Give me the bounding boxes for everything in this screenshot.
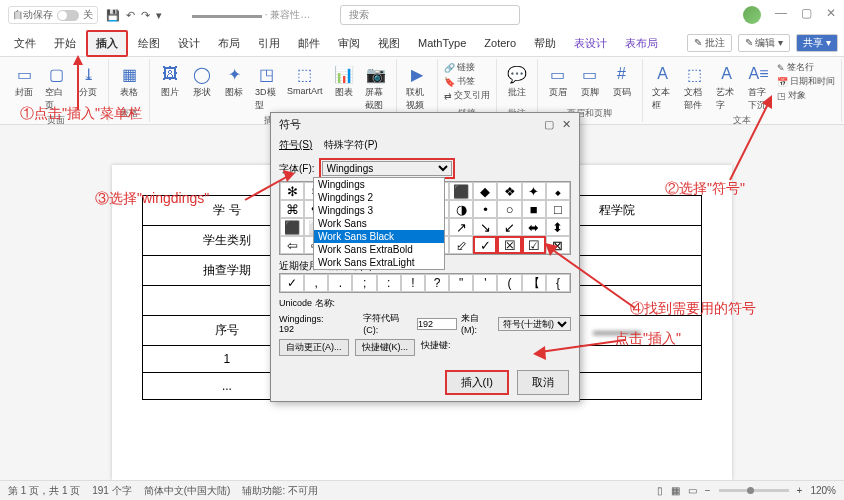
symbol-cell[interactable]: ☑ (522, 236, 546, 254)
share-button[interactable]: 共享 ▾ (796, 34, 838, 52)
tab-file[interactable]: 文件 (6, 32, 44, 55)
datetime-button[interactable]: 📅 日期和时间 (777, 75, 835, 88)
symbol-cell[interactable]: ☒ (497, 236, 521, 254)
comments-button[interactable]: ✎ 批注 (687, 34, 732, 52)
tab-table-layout[interactable]: 表布局 (617, 32, 666, 55)
tab-zotero[interactable]: Zotero (476, 33, 524, 53)
view-web-icon[interactable]: ▭ (688, 485, 697, 496)
insert-button[interactable]: 插入(I) (445, 370, 509, 395)
smartart-button[interactable]: ⬚SmartArt (284, 61, 326, 98)
maximize-icon[interactable]: ▢ (801, 6, 812, 24)
dropdown-item[interactable]: Work Sans (314, 217, 444, 230)
dropdown-item[interactable]: Work Sans ExtraBold (314, 243, 444, 256)
save-icon[interactable]: 💾 (106, 9, 120, 22)
parts-button[interactable]: ⬚文档部件 (681, 61, 709, 114)
comment-button[interactable]: 💬批注 (503, 61, 531, 101)
symbol-cell[interactable]: ✓ (473, 236, 497, 254)
chart-button[interactable]: 📊图表 (330, 61, 358, 101)
pagenum-button[interactable]: #页码 (608, 61, 636, 101)
symbol-cell[interactable]: ⬥ (546, 182, 570, 200)
cancel-button[interactable]: 取消 (517, 370, 569, 395)
tab-layout[interactable]: 布局 (210, 32, 248, 55)
zoom-level[interactable]: 120% (810, 485, 836, 496)
recent-cell[interactable]: ; (352, 274, 376, 292)
symbol-cell[interactable]: ⬍ (546, 218, 570, 236)
symbol-cell[interactable]: ◆ (473, 182, 497, 200)
symbol-cell[interactable]: ⬌ (522, 218, 546, 236)
shortcut-button[interactable]: 快捷键(K)... (355, 339, 416, 356)
dialog-max-icon[interactable]: ▢ (544, 118, 554, 131)
from-select[interactable]: 符号(十进制) (498, 317, 571, 331)
symbol-cell[interactable]: ✻ (280, 182, 304, 200)
crossref-button[interactable]: ⇄ 交叉引用 (444, 89, 490, 102)
recent-cell[interactable]: " (449, 274, 473, 292)
redo-icon[interactable]: ↷ (141, 9, 150, 22)
zoom-slider[interactable] (719, 489, 789, 492)
autosave-toggle[interactable]: 自动保存 关 (8, 6, 98, 24)
view-focus-icon[interactable]: ▯ (657, 485, 663, 496)
word-count[interactable]: 191 个字 (92, 484, 131, 498)
charcode-input[interactable] (417, 318, 457, 330)
video-button[interactable]: ▶联机视频 (403, 61, 431, 114)
header-button[interactable]: ▭页眉 (544, 61, 572, 101)
tab-insert[interactable]: 插入 (86, 30, 128, 57)
dialog-titlebar[interactable]: 符号 ▢✕ (271, 113, 579, 136)
tab-symbols[interactable]: 符号(S) (279, 138, 312, 152)
dropdown-item[interactable]: Wingdings (314, 178, 444, 191)
symbol-cell[interactable]: ⌘ (280, 200, 304, 218)
shapes-button[interactable]: ◯形状 (188, 61, 216, 101)
symbol-cell[interactable]: ↗ (449, 218, 473, 236)
cover-page-button[interactable]: ▭封面 (10, 61, 38, 101)
font-select[interactable]: Wingdings (322, 161, 452, 176)
symbol-cell[interactable]: ⇦ (280, 236, 304, 254)
zoom-out-icon[interactable]: − (705, 485, 711, 496)
recent-cell[interactable]: ! (401, 274, 425, 292)
tab-mail[interactable]: 邮件 (290, 32, 328, 55)
dropdown-item[interactable]: Work Sans ExtraLight (314, 256, 444, 269)
close-icon[interactable]: ✕ (826, 6, 836, 24)
tab-draw[interactable]: 绘图 (130, 32, 168, 55)
accessibility[interactable]: 辅助功能: 不可用 (242, 484, 318, 498)
table-button[interactable]: ▦表格 (115, 61, 143, 101)
recent-cell[interactable]: { (546, 274, 570, 292)
link-button[interactable]: 🔗 链接 (444, 61, 490, 74)
tab-special[interactable]: 特殊字符(P) (324, 138, 377, 152)
tab-references[interactable]: 引用 (250, 32, 288, 55)
symbol-cell[interactable]: ↘ (473, 218, 497, 236)
avatar[interactable] (743, 6, 761, 24)
3d-button[interactable]: ◳3D模型 (252, 61, 280, 114)
blank-page-button[interactable]: ▢空白页 (42, 61, 70, 114)
page-break-button[interactable]: ⤓分页 (74, 61, 102, 101)
symbol-cell[interactable]: ○ (497, 200, 521, 218)
signature-button[interactable]: ✎ 签名行 (777, 61, 835, 74)
symbol-cell[interactable]: ↙ (497, 218, 521, 236)
symbol-cell[interactable]: ■ (522, 200, 546, 218)
edit-button[interactable]: ✎ 编辑 ▾ (738, 34, 791, 52)
view-print-icon[interactable]: ▦ (671, 485, 680, 496)
dropdown-item[interactable]: Wingdings 2 (314, 191, 444, 204)
dropcap-button[interactable]: A≡首字下沉 (745, 61, 773, 114)
dialog-close-icon[interactable]: ✕ (562, 118, 571, 131)
tab-table-design[interactable]: 表设计 (566, 32, 615, 55)
recent-cell[interactable]: ✓ (280, 274, 304, 292)
minimize-icon[interactable]: — (775, 6, 787, 24)
object-button[interactable]: ◳ 对象 (777, 89, 835, 102)
screenshot-button[interactable]: 📷屏幕截图 (362, 61, 390, 114)
zoom-in-icon[interactable]: + (797, 485, 803, 496)
symbol-cell[interactable]: ⊠ (546, 236, 570, 254)
recent-cell[interactable]: : (377, 274, 401, 292)
autocorrect-button[interactable]: 自动更正(A)... (279, 339, 349, 356)
symbol-cell[interactable]: ✦ (522, 182, 546, 200)
tab-mathtype[interactable]: MathType (410, 33, 474, 53)
qat-more-icon[interactable]: ▾ (156, 9, 162, 22)
language[interactable]: 简体中文(中国大陆) (144, 484, 231, 498)
symbol-cell[interactable]: ⬛ (280, 218, 304, 236)
recent-cell[interactable]: . (328, 274, 352, 292)
recent-cell[interactable]: 【 (522, 274, 546, 292)
tab-design[interactable]: 设计 (170, 32, 208, 55)
recent-cell[interactable]: , (304, 274, 328, 292)
symbol-cell[interactable]: □ (546, 200, 570, 218)
recent-cell[interactable]: ' (473, 274, 497, 292)
symbol-cell[interactable]: ⬃ (449, 236, 473, 254)
tab-home[interactable]: 开始 (46, 32, 84, 55)
